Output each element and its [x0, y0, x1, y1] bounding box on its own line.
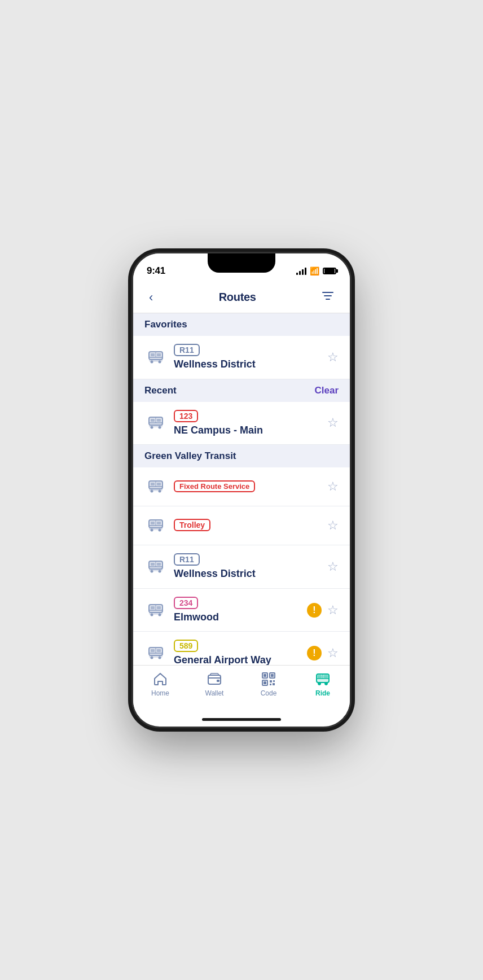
home-icon: [152, 671, 168, 687]
wallet-icon: [207, 671, 222, 687]
svg-rect-74: [264, 681, 266, 684]
tab-code-label: Code: [261, 689, 277, 697]
route-badge: Fixed Route Service: [174, 480, 255, 492]
route-actions: ☆: [327, 479, 339, 494]
svg-point-47: [159, 613, 161, 616]
favorite-star-icon[interactable]: ☆: [327, 350, 339, 365]
favorite-star-icon[interactable]: ☆: [327, 415, 339, 430]
tab-wallet[interactable]: Wallet: [192, 671, 237, 697]
svg-rect-9: [157, 353, 161, 356]
svg-point-54: [151, 657, 153, 659]
svg-point-85: [318, 683, 321, 685]
nav-bar: ‹ Routes: [133, 282, 350, 313]
svg-rect-24: [151, 483, 155, 485]
tab-wallet-label: Wallet: [205, 689, 224, 697]
svg-rect-17: [157, 419, 161, 422]
list-item[interactable]: 589 General Airport Way ! ☆: [133, 632, 350, 665]
green-valley-section-header: Green Valley Transit: [133, 445, 350, 467]
wifi-icon: 📶: [310, 266, 319, 275]
route-info: R11 Wellness District: [174, 344, 327, 371]
tab-bar: Home Wallet: [133, 665, 350, 716]
svg-point-86: [325, 683, 328, 685]
route-info: Trolley: [174, 519, 327, 532]
list-item[interactable]: R11 Wellness District ☆: [133, 545, 350, 589]
route-info: Fixed Route Service: [174, 480, 327, 493]
svg-rect-56: [151, 649, 155, 652]
status-icons: 📶: [296, 266, 336, 275]
bus-icon: [144, 346, 167, 369]
svg-point-30: [151, 529, 153, 532]
favorite-star-icon[interactable]: ☆: [327, 559, 339, 574]
tab-code[interactable]: Code: [246, 671, 291, 697]
route-actions: ! ☆: [307, 646, 339, 660]
route-badge: Trolley: [174, 519, 210, 531]
svg-rect-68: [217, 680, 219, 682]
alert-icon: !: [307, 603, 322, 618]
svg-rect-57: [157, 649, 161, 652]
favorite-star-icon[interactable]: ☆: [327, 479, 339, 494]
bus-icon: [144, 514, 167, 537]
tab-ride[interactable]: Ride: [300, 671, 345, 697]
list-item[interactable]: Trolley ☆: [133, 506, 350, 545]
svg-rect-32: [151, 522, 155, 524]
svg-rect-40: [151, 563, 155, 566]
filter-button[interactable]: [317, 287, 339, 307]
status-time: 9:41: [147, 265, 165, 277]
status-bar: 9:41 📶: [133, 253, 350, 282]
svg-rect-77: [270, 684, 271, 685]
route-actions: ☆: [327, 350, 339, 365]
battery-icon: [323, 268, 336, 274]
tab-home[interactable]: Home: [138, 671, 183, 697]
bus-icon: [144, 599, 167, 622]
back-button[interactable]: ‹: [144, 288, 157, 307]
route-info: R11 Wellness District: [174, 553, 327, 580]
favorite-star-icon[interactable]: ☆: [327, 603, 339, 618]
svg-rect-48: [151, 606, 155, 609]
route-info: 123 NE Campus - Main: [174, 410, 327, 437]
route-name: General Airport Way: [174, 654, 307, 665]
favorites-section-header: Favorites: [133, 313, 350, 336]
route-badge: R11: [174, 344, 200, 356]
route-actions: ☆: [327, 415, 339, 430]
home-indicator: [202, 718, 281, 721]
svg-rect-49: [157, 606, 161, 609]
svg-rect-25: [157, 483, 161, 485]
route-info: 589 General Airport Way: [174, 640, 307, 665]
route-name: Elmwood: [174, 611, 307, 624]
svg-point-55: [159, 657, 161, 659]
route-badge: 234: [174, 597, 198, 609]
svg-rect-72: [271, 674, 274, 677]
favorite-star-icon[interactable]: ☆: [327, 646, 339, 660]
svg-point-14: [151, 426, 153, 429]
svg-rect-41: [157, 563, 161, 566]
list-item[interactable]: R11 Wellness District ☆: [133, 336, 350, 379]
svg-rect-8: [151, 353, 155, 356]
svg-rect-84: [324, 675, 328, 678]
clear-button[interactable]: Clear: [314, 385, 339, 396]
phone-frame: 9:41 📶 ‹ Routes: [131, 252, 352, 728]
svg-rect-83: [318, 675, 322, 678]
list-item[interactable]: Fixed Route Service ☆: [133, 467, 350, 506]
svg-rect-76: [273, 680, 275, 682]
page-title: Routes: [219, 291, 256, 304]
list-item[interactable]: 234 Elmwood ! ☆: [133, 589, 350, 632]
svg-point-6: [151, 360, 153, 363]
signal-bars-icon: [296, 267, 306, 275]
route-name: NE Campus - Main: [174, 425, 327, 437]
bus-icon: [144, 555, 167, 578]
svg-rect-70: [264, 674, 266, 677]
svg-point-31: [159, 529, 161, 532]
notch: [208, 253, 275, 273]
svg-point-15: [159, 426, 161, 429]
favorite-star-icon[interactable]: ☆: [327, 518, 339, 533]
tab-home-label: Home: [151, 689, 169, 697]
svg-point-46: [151, 613, 153, 616]
bus-icon: [144, 412, 167, 434]
svg-point-7: [159, 360, 161, 363]
route-actions: ! ☆: [307, 603, 339, 618]
route-info: 234 Elmwood: [174, 597, 307, 624]
recent-section-header: Recent Clear: [133, 379, 350, 402]
route-badge: 589: [174, 640, 198, 652]
svg-rect-33: [157, 522, 161, 524]
list-item[interactable]: 123 NE Campus - Main ☆: [133, 402, 350, 445]
